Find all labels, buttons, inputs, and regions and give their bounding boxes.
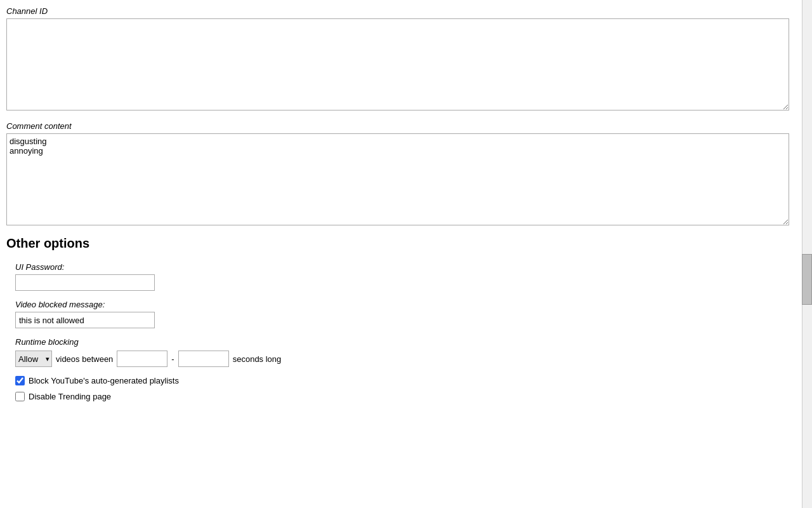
channel-id-label: Channel ID (6, 6, 799, 16)
other-options-content: UI Password: Video blocked message: Runt… (6, 262, 799, 401)
dash-label: - (171, 354, 174, 364)
ui-password-group: UI Password: (15, 262, 799, 291)
seconds-long-label: seconds long (233, 354, 282, 364)
allow-select-wrapper: Allow Block (15, 351, 52, 367)
page-container: Channel ID Comment content disgusting an… (0, 0, 812, 423)
other-options-section: Other options UI Password: Video blocked… (6, 236, 799, 401)
videos-between-label: videos between (56, 354, 113, 364)
other-options-title: Other options (6, 236, 799, 251)
ui-password-label: UI Password: (15, 262, 799, 272)
runtime-blocking-row: Allow Block videos between - seconds lon… (15, 351, 799, 367)
allow-select[interactable]: Allow Block (15, 351, 52, 367)
ui-password-input[interactable] (15, 274, 155, 291)
scrollbar[interactable] (802, 0, 812, 508)
video-blocked-message-group: Video blocked message: (15, 300, 799, 328)
channel-id-group: Channel ID (6, 6, 799, 112)
block-playlists-label: Block YouTube's auto-generated playlists (29, 376, 179, 385)
disable-trending-checkbox[interactable] (15, 392, 25, 401)
video-blocked-message-input[interactable] (15, 312, 155, 328)
runtime-max-input[interactable] (178, 351, 229, 367)
comment-content-group: Comment content disgusting annoying (6, 121, 799, 227)
disable-trending-label: Disable Trending page (29, 392, 111, 401)
runtime-min-input[interactable] (117, 351, 167, 367)
comment-content-label: Comment content (6, 121, 799, 131)
video-blocked-message-label: Video blocked message: (15, 300, 799, 309)
comment-content-textarea[interactable]: disgusting annoying (6, 133, 789, 225)
runtime-blocking-label: Runtime blocking (15, 337, 799, 347)
disable-trending-row: Disable Trending page (15, 392, 799, 401)
runtime-blocking-group: Runtime blocking Allow Block videos betw… (15, 337, 799, 367)
scrollbar-thumb[interactable] (802, 254, 812, 305)
channel-id-textarea[interactable] (6, 18, 789, 110)
block-playlists-row: Block YouTube's auto-generated playlists (15, 376, 799, 385)
block-playlists-checkbox[interactable] (15, 376, 25, 385)
